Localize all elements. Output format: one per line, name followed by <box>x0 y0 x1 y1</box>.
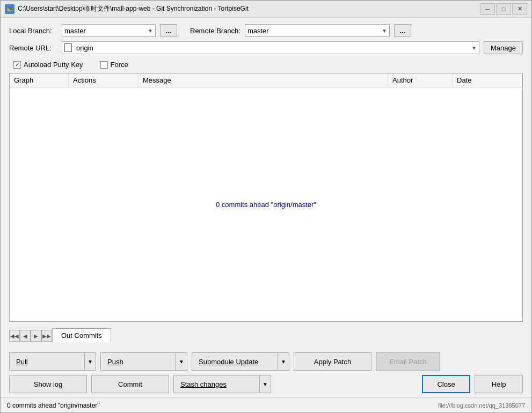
tab-first-button[interactable]: ◀◀ <box>9 330 20 342</box>
autoload-putty-checkbox[interactable]: ✓ Autoload Putty Key <box>13 61 83 69</box>
local-branch-label: Local Branch: <box>9 27 57 35</box>
app-icon: 🐢 <box>5 4 14 14</box>
push-split-btn: Push ▼ <box>100 352 187 371</box>
main-window: 🐢 C:\Users\start\Desktop\临时文件\mall-app-w… <box>0 0 532 413</box>
show-log-button[interactable]: Show log <box>9 375 87 393</box>
stash-button[interactable]: Stash changes <box>173 375 259 393</box>
col-author: Author <box>388 73 453 87</box>
push-arrow-icon: ▼ <box>179 359 184 365</box>
local-branch-value: master <box>64 27 148 35</box>
tab-last-button[interactable]: ▶▶ <box>41 330 52 342</box>
remote-url-label: Remote URL: <box>9 44 57 52</box>
status-url: file:///blog.csdn.net/qq_31385077 <box>438 402 525 409</box>
tab-out-commits-label: Out Commits <box>61 331 102 340</box>
col-message: Message <box>139 73 388 87</box>
apply-patch-button[interactable]: Apply Patch <box>294 352 371 371</box>
pull-split-btn: Pull ▼ <box>9 352 96 371</box>
tab-bar: ◀◀ ◀ ▶ ▶▶ Out Commits <box>9 328 523 342</box>
col-date: Date <box>453 73 522 87</box>
autoload-putty-label: Autoload Putty Key <box>24 61 83 69</box>
push-label: Push <box>107 358 123 366</box>
tab-next-button[interactable]: ▶ <box>31 330 41 342</box>
table-body: 0 commits ahead "origin/master" <box>10 87 522 321</box>
close-label: Close <box>437 380 455 388</box>
btn-row-2: Show log Commit Stash changes ▼ Close He… <box>9 375 523 393</box>
autoload-putty-box: ✓ <box>13 61 21 69</box>
col-actions: Actions <box>69 73 139 87</box>
tab-prev-button[interactable]: ◀ <box>20 330 31 342</box>
maximize-button[interactable]: □ <box>496 3 511 15</box>
pull-dropdown-button[interactable]: ▼ <box>84 352 96 371</box>
email-patch-button: Email Patch <box>376 352 440 371</box>
doc-icon <box>64 43 72 52</box>
tab-out-commits[interactable]: Out Commits <box>52 328 111 342</box>
push-button[interactable]: Push <box>100 352 176 371</box>
title-bar: 🐢 C:\Users\start\Desktop\临时文件\mall-app-w… <box>1 1 531 18</box>
commit-button[interactable]: Commit <box>91 375 169 393</box>
help-button[interactable]: Help <box>475 375 523 393</box>
commit-label: Commit <box>118 380 142 388</box>
remote-url-value: origin <box>76 44 469 52</box>
show-log-label: Show log <box>34 380 62 388</box>
force-label: Force <box>111 61 128 69</box>
window-controls: ─ □ ✕ <box>480 3 527 15</box>
stash-dropdown-button[interactable]: ▼ <box>259 375 271 393</box>
bottom-buttons: Pull ▼ Push ▼ Submodule Update ▼ <box>1 348 531 397</box>
no-commits-message: 0 commits ahead "origin/master" <box>216 201 316 209</box>
pull-button[interactable]: Pull <box>9 352 84 371</box>
submodule-arrow-icon: ▼ <box>281 359 286 365</box>
submodule-dropdown-button[interactable]: ▼ <box>278 352 289 371</box>
remote-branch-combo[interactable]: master ▼ <box>245 24 390 37</box>
table-header: Graph Actions Message Author Date <box>10 73 522 87</box>
checkboxes-row: ✓ Autoload Putty Key Force <box>9 61 523 69</box>
remote-url-combo[interactable]: origin ▼ <box>62 41 479 54</box>
submodule-split-btn: Submodule Update ▼ <box>192 352 289 371</box>
force-box <box>100 61 108 69</box>
pull-arrow-icon: ▼ <box>88 359 93 365</box>
close-button[interactable]: Close <box>422 375 470 393</box>
status-text: 0 commits ahead "origin/master" <box>7 402 100 409</box>
remote-branch-label: Remote Branch: <box>190 27 241 35</box>
pull-label: Pull <box>16 358 28 366</box>
force-checkbox[interactable]: Force <box>100 61 128 69</box>
apply-patch-label: Apply Patch <box>314 358 351 366</box>
main-content: Local Branch: master ▼ ... Remote Branch… <box>1 18 531 348</box>
btn-row-1: Pull ▼ Push ▼ Submodule Update ▼ <box>9 352 523 371</box>
stash-label: Stash changes <box>180 380 227 388</box>
push-dropdown-button[interactable]: ▼ <box>176 352 187 371</box>
manage-button[interactable]: Manage <box>484 41 523 54</box>
submodule-button[interactable]: Submodule Update <box>192 352 278 371</box>
status-bar: 0 commits ahead "origin/master" file:///… <box>1 397 531 412</box>
local-branch-combo[interactable]: master ▼ <box>62 24 156 37</box>
email-patch-label: Email Patch <box>389 358 426 366</box>
local-branch-dots-button[interactable]: ... <box>160 24 177 37</box>
remote-branch-value: master <box>247 27 382 35</box>
remote-branch-dots-button[interactable]: ... <box>394 24 411 37</box>
remote-url-arrow-icon: ▼ <box>471 45 477 51</box>
stash-split-btn: Stash changes ▼ <box>173 375 271 393</box>
help-label: Help <box>492 380 506 388</box>
local-branch-row: Local Branch: master ▼ ... Remote Branch… <box>9 24 523 37</box>
remote-url-row: Remote URL: origin ▼ Manage <box>9 41 523 54</box>
local-branch-arrow-icon: ▼ <box>148 28 153 34</box>
close-window-button[interactable]: ✕ <box>512 3 527 15</box>
minimize-button[interactable]: ─ <box>480 3 495 15</box>
submodule-label: Submodule Update <box>199 358 258 366</box>
stash-arrow-icon: ▼ <box>263 381 268 387</box>
commits-table: Graph Actions Message Author Date 0 comm… <box>9 73 523 322</box>
window-title: C:\Users\start\Desktop\临时文件\mall-app-web… <box>18 4 480 13</box>
remote-branch-arrow-icon: ▼ <box>382 28 387 34</box>
col-graph: Graph <box>10 73 69 87</box>
